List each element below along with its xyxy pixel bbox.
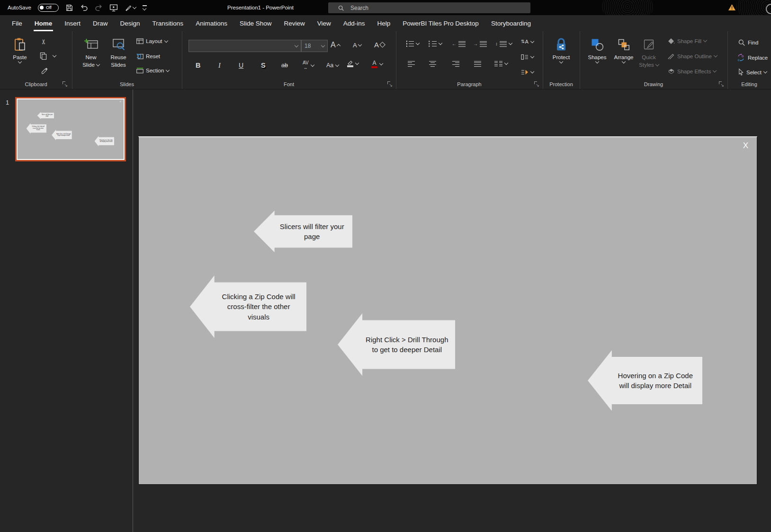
paragraph-dialog-launcher[interactable] bbox=[534, 81, 539, 86]
bullets-button[interactable] bbox=[406, 41, 419, 47]
bold-button[interactable]: B bbox=[196, 62, 200, 69]
tab-slide-show[interactable]: Slide Show bbox=[233, 15, 278, 31]
text-direction-button[interactable]: ⇅A bbox=[521, 39, 534, 44]
find-label: Find bbox=[748, 40, 758, 45]
change-case-button[interactable]: Aa bbox=[326, 62, 339, 69]
save-icon bbox=[65, 4, 73, 12]
find-button[interactable]: Find bbox=[738, 39, 758, 46]
new-slide-button[interactable]: New Slide bbox=[78, 36, 104, 69]
chevron-down-icon bbox=[355, 61, 359, 65]
undo-button[interactable] bbox=[80, 4, 88, 12]
quick-styles-button[interactable]: Quick Styles bbox=[636, 36, 662, 69]
decrease-indent-button[interactable]: ← bbox=[452, 41, 466, 47]
italic-button[interactable]: I bbox=[218, 62, 221, 70]
search-input[interactable] bbox=[350, 4, 530, 12]
shapes-button[interactable]: Shapes bbox=[584, 36, 610, 63]
workspace: 1 X Slicers will filter your page Clicki… bbox=[0, 89, 771, 532]
font-name-combo[interactable] bbox=[188, 40, 301, 52]
replace-button[interactable]: bc Replace bbox=[736, 53, 768, 62]
slide-close-label[interactable]: X bbox=[743, 141, 748, 151]
drawing-dialog-launcher[interactable] bbox=[719, 81, 724, 86]
font-dialog-launcher[interactable] bbox=[387, 81, 392, 86]
tab-design[interactable]: Design bbox=[114, 15, 146, 31]
align-center-button[interactable] bbox=[429, 61, 436, 67]
tab-help[interactable]: Help bbox=[371, 15, 397, 31]
reset-button[interactable]: Reset bbox=[136, 53, 160, 59]
columns-button[interactable] bbox=[494, 61, 508, 67]
clipboard-dialog-launcher[interactable] bbox=[63, 81, 67, 86]
warning-icon[interactable] bbox=[728, 4, 736, 11]
autosave-toggle[interactable]: Off bbox=[38, 4, 59, 12]
align-left-button[interactable] bbox=[408, 61, 415, 67]
section-label: Section bbox=[146, 68, 164, 73]
save-button[interactable] bbox=[65, 4, 73, 12]
underline-button[interactable]: U bbox=[239, 62, 243, 69]
customize-qat-icon bbox=[143, 5, 147, 9]
line-spacing-button[interactable]: ↕ bbox=[495, 41, 512, 47]
protect-button[interactable]: Protect bbox=[548, 36, 574, 63]
tab-review[interactable]: Review bbox=[278, 15, 311, 31]
mini-close-label: X bbox=[120, 101, 121, 103]
slide-thumbnail-panel[interactable]: 1 X Slicers will filter your page Clicki… bbox=[0, 89, 133, 532]
tab-transitions[interactable]: Transitions bbox=[146, 15, 190, 31]
arrow-callout-cross-filter[interactable]: Clicking a Zip Code will cross-filter th… bbox=[190, 275, 306, 338]
paste-button[interactable]: Paste bbox=[8, 36, 32, 63]
reset-label: Reset bbox=[146, 53, 160, 59]
format-painter-button[interactable] bbox=[41, 67, 48, 75]
search-icon bbox=[338, 5, 344, 11]
arrow-callout-slicers[interactable]: Slicers will filter your page bbox=[254, 211, 352, 252]
tab-draw[interactable]: Draw bbox=[87, 15, 114, 31]
font-size-combo[interactable]: 18 bbox=[301, 40, 328, 52]
copy-button[interactable] bbox=[40, 52, 56, 60]
arrow-callout-drill-through[interactable]: Right Click > Drill Through to get to de… bbox=[338, 313, 455, 376]
align-right-button[interactable] bbox=[452, 61, 459, 67]
arrange-button[interactable]: Arrange bbox=[610, 36, 637, 63]
toggle-knob-icon bbox=[40, 6, 44, 9]
slide[interactable]: X Slicers will filter your page Clicking… bbox=[138, 136, 757, 485]
touch-mouse-mode-button[interactable] bbox=[125, 4, 136, 11]
convert-smartart-button[interactable] bbox=[521, 69, 534, 75]
strikethrough-button[interactable]: ab bbox=[281, 62, 288, 69]
character-spacing-button[interactable]: AV ↔ bbox=[303, 61, 314, 70]
section-button[interactable]: Section bbox=[136, 68, 169, 73]
layout-button[interactable]: Layout bbox=[136, 38, 168, 44]
shape-outline-button[interactable]: Shape Outline bbox=[668, 53, 717, 59]
chevron-down-icon bbox=[96, 62, 100, 66]
align-text-button[interactable] bbox=[521, 54, 534, 60]
slide-thumbnail[interactable]: X Slicers will filter your page Clicking… bbox=[15, 97, 126, 161]
customize-qat-button[interactable] bbox=[143, 5, 147, 9]
decrease-font-size-button[interactable]: A bbox=[353, 42, 361, 49]
tab-file[interactable]: File bbox=[6, 15, 28, 31]
reuse-slides-button[interactable]: Reuse Slides bbox=[106, 36, 131, 69]
tab-home[interactable]: Home bbox=[28, 15, 59, 31]
tab-insert[interactable]: Insert bbox=[58, 15, 87, 31]
bullet-list-icon bbox=[406, 41, 414, 47]
tab-add-ins[interactable]: Add-ins bbox=[337, 15, 371, 31]
increase-indent-button[interactable]: → bbox=[473, 41, 487, 47]
highlight-color-button[interactable] bbox=[347, 60, 359, 67]
justify-button[interactable] bbox=[474, 61, 481, 67]
clipboard-paste-icon bbox=[14, 36, 26, 53]
text-shadow-button[interactable]: S bbox=[261, 62, 266, 69]
numbering-button[interactable] bbox=[429, 41, 442, 47]
start-slideshow-button[interactable] bbox=[109, 4, 118, 12]
tab-powerbi-tiles[interactable]: PowerBI Tiles Pro Desktop bbox=[396, 15, 485, 31]
arrow-callout-hover-detail[interactable]: Hovering on a Zip Code will display more… bbox=[588, 350, 702, 411]
group-clipboard: Paste ✂ Clipboard bbox=[0, 31, 72, 89]
increase-font-size-button[interactable]: A bbox=[331, 41, 340, 49]
redo-button[interactable] bbox=[95, 4, 103, 12]
arrow-left-icon: ← bbox=[452, 42, 457, 46]
shape-effects-button[interactable]: Shape Effects bbox=[668, 68, 716, 74]
group-paragraph: ← → ↕ ⇅A bbox=[396, 31, 543, 89]
chevron-down-icon bbox=[509, 41, 512, 45]
cut-button[interactable]: ✂ bbox=[41, 38, 46, 45]
font-color-button[interactable]: A bbox=[371, 60, 383, 68]
tab-view[interactable]: View bbox=[311, 15, 337, 31]
select-button[interactable]: Select bbox=[738, 68, 767, 76]
tab-storyboarding[interactable]: Storyboarding bbox=[485, 15, 537, 31]
chevron-down-icon bbox=[133, 5, 136, 9]
tab-animations[interactable]: Animations bbox=[189, 15, 233, 31]
clear-formatting-button[interactable]: A bbox=[374, 41, 385, 49]
shape-fill-button[interactable]: Shape Fill bbox=[668, 38, 707, 44]
search-box[interactable] bbox=[328, 2, 530, 13]
